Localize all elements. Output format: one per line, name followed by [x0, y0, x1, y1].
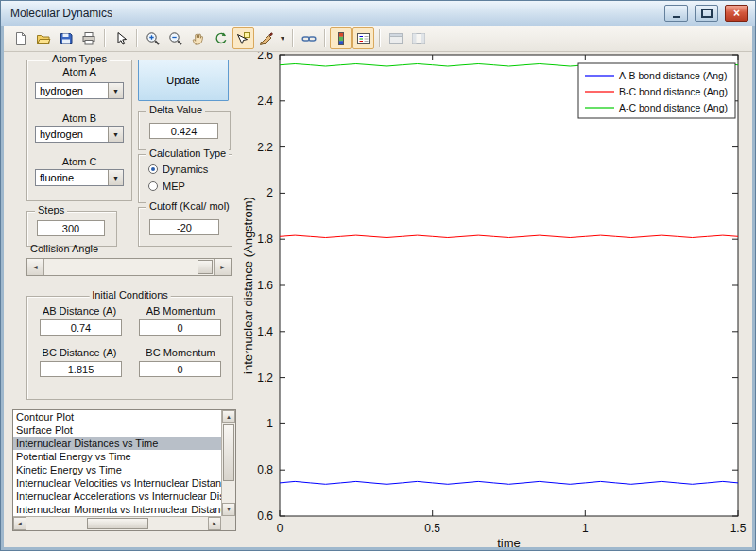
- bc-momentum-label: BC Momentum: [133, 347, 228, 358]
- slider-left-button[interactable]: ◄: [27, 259, 44, 275]
- radio-unselected-icon: [148, 181, 158, 191]
- vscroll-thumb[interactable]: [223, 424, 234, 481]
- plot-svg: 00.511.50.60.811.21.41.61.822.22.42.6tim…: [240, 52, 752, 547]
- title-bar[interactable]: Molecular Dynamics ×: [1, 1, 755, 26]
- minimize-button[interactable]: [664, 5, 688, 22]
- brush-button[interactable]: [255, 27, 277, 49]
- svg-text:1.8: 1.8: [257, 232, 273, 246]
- scroll-right-icon[interactable]: ►: [208, 517, 221, 530]
- atom-b-select[interactable]: hydrogen ▼: [35, 126, 124, 143]
- atom-c-select[interactable]: fluorine ▼: [35, 169, 124, 186]
- list-item[interactable]: Contour Plot: [13, 410, 221, 423]
- show-plot-tools-icon: [411, 31, 426, 46]
- list-item[interactable]: Internuclear Velocities vs Internuclear …: [13, 476, 221, 490]
- toolbar: ▼: [4, 26, 752, 52]
- list-item[interactable]: Internuclear Accelerations vs Internucle…: [13, 490, 221, 503]
- svg-text:0.6: 0.6: [257, 509, 273, 523]
- svg-text:2.2: 2.2: [257, 141, 273, 154]
- close-button[interactable]: ×: [725, 5, 748, 22]
- svg-text:0: 0: [277, 522, 284, 535]
- vertical-scrollbar[interactable]: ▲ ▼: [221, 410, 235, 516]
- list-item[interactable]: Potential Energy vs Time: [13, 450, 221, 463]
- toolbar-separator: [292, 29, 293, 47]
- zoom-out-button[interactable]: [164, 27, 186, 49]
- toolbar-separator: [104, 29, 105, 47]
- list-item[interactable]: Kinetic Energy vs Time: [13, 463, 221, 476]
- scroll-down-icon[interactable]: ▼: [222, 503, 235, 516]
- brush-dropdown-arrow-icon[interactable]: ▼: [278, 28, 287, 48]
- svg-text:1: 1: [266, 417, 273, 430]
- ab-distance-field[interactable]: [40, 319, 122, 336]
- list-item[interactable]: Internuclear Distances vs Time: [13, 437, 221, 450]
- list-item[interactable]: Internuclear Momenta vs Internuclear Dis…: [13, 503, 221, 516]
- delta-value-title: Delta Value: [146, 104, 205, 116]
- atom-a-select[interactable]: hydrogen ▼: [35, 82, 124, 99]
- chevron-down-icon[interactable]: ▼: [108, 170, 123, 185]
- open-file-icon: [36, 31, 51, 46]
- pan-icon: [191, 31, 206, 46]
- svg-text:2: 2: [266, 186, 273, 199]
- zoom-in-button[interactable]: [142, 27, 163, 49]
- radio-dynamics[interactable]: Dynamics: [148, 164, 208, 175]
- collision-angle-slider[interactable]: ◄ ►: [26, 258, 232, 276]
- calculation-type-title: Calculation Type: [146, 147, 229, 160]
- cutoff-field[interactable]: [149, 219, 219, 235]
- open-file-button[interactable]: [32, 27, 54, 49]
- figure-area: Atom Types Atom A hydrogen ▼ Atom B hydr…: [4, 52, 752, 547]
- edit-plot-icon: [113, 31, 129, 46]
- slider-track[interactable]: [44, 259, 214, 275]
- legend[interactable]: A-B bond distance (Ang)B-C bond distance…: [578, 63, 735, 118]
- svg-text:A-C bond distance (Ang): A-C bond distance (Ang): [619, 102, 728, 113]
- link-plot-button[interactable]: [298, 27, 319, 49]
- rotate-3d-button[interactable]: [210, 27, 232, 49]
- svg-text:1.2: 1.2: [257, 371, 273, 385]
- horizontal-scrollbar[interactable]: ◄ ►: [13, 516, 221, 530]
- chevron-down-icon[interactable]: ▼: [108, 83, 123, 98]
- delta-value-field[interactable]: [149, 123, 218, 139]
- steps-title: Steps: [35, 204, 67, 216]
- atom-types-title: Atom Types: [49, 53, 110, 65]
- steps-field[interactable]: [37, 220, 105, 236]
- chevron-down-icon[interactable]: ▼: [108, 127, 123, 142]
- radio-selected-icon: [148, 164, 158, 174]
- scroll-up-icon[interactable]: ▲: [222, 410, 235, 423]
- new-file-button[interactable]: [9, 27, 31, 49]
- svg-text:B-C bond distance (Ang): B-C bond distance (Ang): [619, 86, 728, 97]
- bc-momentum-field[interactable]: [139, 361, 221, 377]
- radio-mep[interactable]: MEP: [148, 181, 185, 192]
- calculation-type-panel: Calculation Type Dynamics MEP: [138, 154, 232, 203]
- show-plot-tools-button: [407, 27, 429, 49]
- delta-value-panel: Delta Value: [138, 111, 231, 150]
- brush-icon: [259, 31, 274, 46]
- arrow-left-icon: ◄: [32, 264, 39, 270]
- bc-distance-label: BC Distance (A): [29, 347, 129, 358]
- atom-b-label: Atom B: [27, 112, 131, 124]
- bc-distance-field[interactable]: [40, 361, 122, 377]
- slider-thumb[interactable]: [198, 260, 213, 274]
- insert-colorbar-button[interactable]: [330, 27, 352, 49]
- cutoff-title: Cutoff (Kcal/ mol): [146, 200, 232, 213]
- data-cursor-button[interactable]: [232, 27, 254, 49]
- pan-button[interactable]: [187, 27, 209, 49]
- arrow-right-icon: ►: [219, 264, 226, 270]
- ab-momentum-label: AB Momentum: [133, 305, 228, 317]
- ab-momentum-field[interactable]: [139, 319, 221, 336]
- slider-right-button[interactable]: ►: [214, 259, 231, 275]
- insert-colorbar-icon: [334, 31, 349, 46]
- collision-angle-label: Collision Angle: [30, 243, 98, 254]
- edit-plot-button[interactable]: [110, 27, 131, 49]
- insert-legend-button[interactable]: [352, 27, 374, 49]
- maximize-button[interactable]: [695, 5, 718, 22]
- hide-plot-tools-icon: [388, 31, 404, 46]
- update-button[interactable]: Update: [138, 60, 229, 101]
- scroll-left-icon[interactable]: ◄: [13, 517, 26, 530]
- atom-a-label: Atom A: [27, 66, 131, 77]
- window-controls: ×: [664, 5, 748, 22]
- save-button[interactable]: [55, 27, 77, 49]
- radio-mep-label: MEP: [163, 181, 185, 192]
- svg-text:0.5: 0.5: [424, 522, 440, 535]
- atom-c-value: fluorine: [36, 172, 108, 183]
- print-button[interactable]: [77, 27, 99, 49]
- list-item[interactable]: Surface Plot: [13, 423, 221, 437]
- hscroll-thumb[interactable]: [87, 518, 148, 529]
